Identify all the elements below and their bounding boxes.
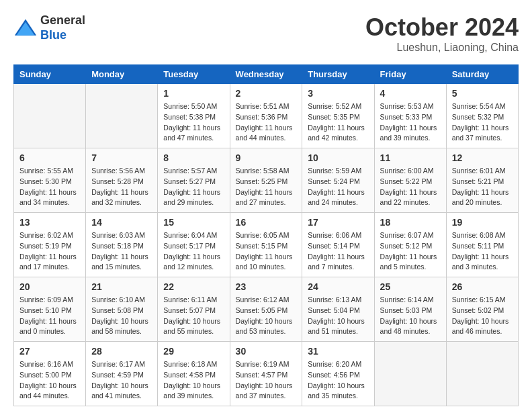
weekday-header-friday: Friday [374,65,446,84]
day-info: Sunrise: 5:53 AMSunset: 5:33 PMDaylight:… [380,101,441,144]
day-info: Sunrise: 5:52 AMSunset: 5:35 PMDaylight:… [308,101,368,144]
calendar-cell [446,342,518,406]
calendar-cell: 26Sunrise: 6:15 AMSunset: 5:02 PMDayligh… [446,277,518,342]
day-number: 7 [91,152,152,163]
day-info: Sunrise: 6:00 AMSunset: 5:22 PMDaylight:… [380,166,441,208]
day-number: 29 [163,346,224,357]
day-info: Sunrise: 6:16 AMSunset: 5:00 PMDaylight:… [19,359,80,402]
day-info: Sunrise: 5:51 AMSunset: 5:36 PMDaylight:… [236,101,297,144]
calendar-cell: 7Sunrise: 5:56 AMSunset: 5:28 PMDaylight… [86,148,158,213]
calendar-cell [374,342,446,406]
calendar-week-row: 13Sunrise: 6:02 AMSunset: 5:19 PMDayligh… [14,213,519,277]
day-info: Sunrise: 6:08 AMSunset: 5:11 PMDaylight:… [452,230,513,273]
day-info: Sunrise: 6:01 AMSunset: 5:21 PMDaylight:… [452,166,513,208]
calendar-cell [14,84,86,148]
day-number: 1 [163,88,224,99]
calendar-cell: 17Sunrise: 6:06 AMSunset: 5:14 PMDayligh… [302,213,374,277]
day-info: Sunrise: 6:17 AMSunset: 4:59 PMDaylight:… [91,359,152,402]
day-number: 6 [19,152,80,163]
day-number: 20 [19,281,80,292]
day-info: Sunrise: 5:50 AMSunset: 5:38 PMDaylight:… [163,101,224,144]
calendar-week-row: 1Sunrise: 5:50 AMSunset: 5:38 PMDaylight… [14,84,519,148]
day-number: 17 [308,217,368,228]
day-number: 21 [91,281,152,292]
day-number: 9 [236,152,297,163]
month-title: October 2024 [365,13,519,42]
calendar-cell: 3Sunrise: 5:52 AMSunset: 5:35 PMDaylight… [302,84,374,148]
day-info: Sunrise: 6:10 AMSunset: 5:08 PMDaylight:… [91,295,152,337]
calendar-cell: 29Sunrise: 6:18 AMSunset: 4:58 PMDayligh… [158,342,230,406]
day-number: 2 [236,88,297,99]
day-info: Sunrise: 5:54 AMSunset: 5:32 PMDaylight:… [452,101,513,144]
day-number: 31 [308,346,368,357]
calendar-cell: 30Sunrise: 6:19 AMSunset: 4:57 PMDayligh… [230,342,302,406]
calendar-cell: 31Sunrise: 6:20 AMSunset: 4:56 PMDayligh… [302,342,374,406]
calendar-cell: 6Sunrise: 5:55 AMSunset: 5:30 PMDaylight… [14,148,86,213]
day-info: Sunrise: 6:19 AMSunset: 4:57 PMDaylight:… [236,359,297,402]
calendar-cell: 21Sunrise: 6:10 AMSunset: 5:08 PMDayligh… [86,277,158,342]
logo: General Blue [13,13,85,42]
weekday-header-saturday: Saturday [446,65,518,84]
day-info: Sunrise: 6:04 AMSunset: 5:17 PMDaylight:… [163,230,224,273]
day-number: 12 [452,152,513,163]
day-number: 3 [308,88,368,99]
day-info: Sunrise: 5:58 AMSunset: 5:25 PMDaylight:… [236,166,297,208]
day-number: 28 [91,346,152,357]
day-info: Sunrise: 6:13 AMSunset: 5:04 PMDaylight:… [308,295,368,337]
weekday-header-row: SundayMondayTuesdayWednesdayThursdayFrid… [14,65,519,84]
day-info: Sunrise: 6:02 AMSunset: 5:19 PMDaylight:… [19,230,80,273]
calendar-table: SundayMondayTuesdayWednesdayThursdayFrid… [13,64,519,406]
calendar-cell: 4Sunrise: 5:53 AMSunset: 5:33 PMDaylight… [374,84,446,148]
calendar-cell: 14Sunrise: 6:03 AMSunset: 5:18 PMDayligh… [86,213,158,277]
day-info: Sunrise: 6:14 AMSunset: 5:03 PMDaylight:… [380,295,441,337]
day-number: 30 [236,346,297,357]
calendar-cell: 24Sunrise: 6:13 AMSunset: 5:04 PMDayligh… [302,277,374,342]
day-number: 26 [452,281,513,292]
calendar-week-row: 20Sunrise: 6:09 AMSunset: 5:10 PMDayligh… [14,277,519,342]
day-number: 5 [452,88,513,99]
calendar-cell: 1Sunrise: 5:50 AMSunset: 5:38 PMDaylight… [158,84,230,148]
title-block: October 2024 Lueshun, Liaoning, China [365,13,519,54]
day-info: Sunrise: 5:57 AMSunset: 5:27 PMDaylight:… [163,166,224,208]
day-info: Sunrise: 6:03 AMSunset: 5:18 PMDaylight:… [91,230,152,273]
day-info: Sunrise: 6:11 AMSunset: 5:07 PMDaylight:… [163,295,224,337]
day-info: Sunrise: 6:06 AMSunset: 5:14 PMDaylight:… [308,230,368,273]
day-info: Sunrise: 6:12 AMSunset: 5:05 PMDaylight:… [236,295,297,337]
calendar-cell: 19Sunrise: 6:08 AMSunset: 5:11 PMDayligh… [446,213,518,277]
calendar-cell: 28Sunrise: 6:17 AMSunset: 4:59 PMDayligh… [86,342,158,406]
day-number: 16 [236,217,297,228]
calendar-cell: 9Sunrise: 5:58 AMSunset: 5:25 PMDaylight… [230,148,302,213]
day-info: Sunrise: 5:59 AMSunset: 5:24 PMDaylight:… [308,166,368,208]
calendar-cell: 23Sunrise: 6:12 AMSunset: 5:05 PMDayligh… [230,277,302,342]
day-number: 18 [380,217,441,228]
weekday-header-wednesday: Wednesday [230,65,302,84]
day-number: 14 [91,217,152,228]
day-info: Sunrise: 6:20 AMSunset: 4:56 PMDaylight:… [308,359,368,402]
day-number: 15 [163,217,224,228]
calendar-week-row: 6Sunrise: 5:55 AMSunset: 5:30 PMDaylight… [14,148,519,213]
day-info: Sunrise: 6:05 AMSunset: 5:15 PMDaylight:… [236,230,297,273]
day-info: Sunrise: 6:09 AMSunset: 5:10 PMDaylight:… [19,295,80,337]
calendar-cell: 8Sunrise: 5:57 AMSunset: 5:27 PMDaylight… [158,148,230,213]
logo-text: General Blue [40,13,85,42]
day-number: 4 [380,88,441,99]
weekday-header-thursday: Thursday [302,65,374,84]
weekday-header-tuesday: Tuesday [158,65,230,84]
day-info: Sunrise: 5:55 AMSunset: 5:30 PMDaylight:… [19,166,80,208]
day-number: 19 [452,217,513,228]
calendar-cell: 18Sunrise: 6:07 AMSunset: 5:12 PMDayligh… [374,213,446,277]
calendar-cell: 12Sunrise: 6:01 AMSunset: 5:21 PMDayligh… [446,148,518,213]
day-info: Sunrise: 6:18 AMSunset: 4:58 PMDaylight:… [163,359,224,402]
calendar-cell: 27Sunrise: 6:16 AMSunset: 5:00 PMDayligh… [14,342,86,406]
calendar-cell: 16Sunrise: 6:05 AMSunset: 5:15 PMDayligh… [230,213,302,277]
day-number: 25 [380,281,441,292]
day-info: Sunrise: 6:07 AMSunset: 5:12 PMDaylight:… [380,230,441,273]
calendar-cell: 22Sunrise: 6:11 AMSunset: 5:07 PMDayligh… [158,277,230,342]
day-number: 27 [19,346,80,357]
weekday-header-monday: Monday [86,65,158,84]
calendar-cell [86,84,158,148]
logo-icon [13,16,38,40]
day-number: 8 [163,152,224,163]
calendar-cell: 11Sunrise: 6:00 AMSunset: 5:22 PMDayligh… [374,148,446,213]
page-header: General Blue October 2024 Lueshun, Liaon… [13,13,519,54]
